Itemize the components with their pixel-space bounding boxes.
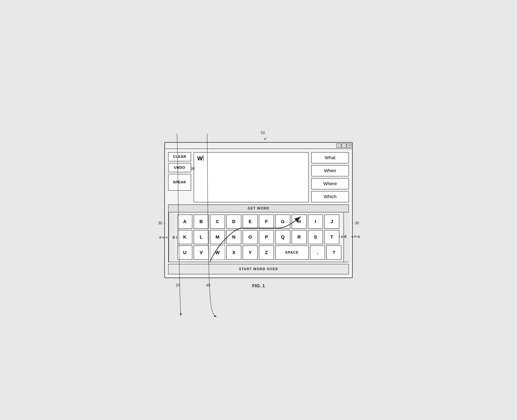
- key-period[interactable]: .: [310, 246, 325, 260]
- minimize-button[interactable]: —: [337, 143, 341, 148]
- text-display: W: [194, 152, 309, 202]
- key-b[interactable]: B: [194, 215, 209, 229]
- right-suggestions: What When Where Which: [311, 152, 349, 202]
- maximize-button[interactable]: □: [342, 143, 346, 148]
- key-question[interactable]: ?: [326, 246, 341, 260]
- key-p[interactable]: P: [259, 230, 274, 244]
- ref-arrow-10: ↙: [264, 136, 267, 141]
- key-k[interactable]: K: [177, 230, 192, 244]
- close-button[interactable]: ✕: [347, 143, 351, 148]
- ref-30-right: ←30: [351, 221, 359, 225]
- key-u[interactable]: U: [177, 246, 192, 260]
- key-w[interactable]: W: [210, 246, 225, 260]
- key-row-2: K L M N O P Q R S T: [177, 230, 341, 244]
- key-row-3: U V W X Y Z SPACE . ?: [177, 246, 341, 260]
- key-h[interactable]: H: [292, 215, 307, 229]
- keys-grid: A B C D E F G H I J K: [175, 212, 344, 262]
- keyboard-inner: GETWORD A B C D E F G H I: [168, 212, 349, 262]
- window-frame: — □ ✕ CLEAR UNDO SPEAK W What: [164, 142, 353, 278]
- suggestion-where[interactable]: Where: [311, 178, 349, 189]
- key-e[interactable]: E: [243, 215, 258, 229]
- ref-40: 40: [206, 283, 210, 287]
- keyboard-section: GET WORD GETWORD A B C D E F: [168, 204, 349, 262]
- key-n[interactable]: N: [226, 230, 241, 244]
- key-i[interactable]: I: [308, 215, 323, 229]
- ref-30-top: 30: [190, 167, 195, 171]
- ref-number-10: 10: [261, 131, 265, 135]
- key-c[interactable]: C: [210, 215, 225, 229]
- key-z[interactable]: Z: [259, 246, 274, 260]
- figure-label: FIG. 1: [252, 283, 265, 289]
- get-word-left[interactable]: GETWORD: [168, 212, 175, 262]
- key-x[interactable]: X: [226, 246, 241, 260]
- get-word-right[interactable]: GETWORD: [344, 212, 350, 262]
- key-g[interactable]: G: [275, 215, 290, 229]
- ref-30-left: 30→: [158, 221, 166, 225]
- undo-button[interactable]: UNDO: [168, 163, 191, 172]
- start-word-over-button[interactable]: START WORD OVER: [168, 264, 349, 274]
- key-space[interactable]: SPACE: [275, 246, 309, 260]
- key-l[interactable]: L: [194, 230, 209, 244]
- key-t[interactable]: T: [324, 230, 339, 244]
- suggestion-when[interactable]: When: [311, 165, 349, 176]
- key-y[interactable]: Y: [243, 246, 258, 260]
- key-q[interactable]: Q: [275, 230, 290, 244]
- key-s[interactable]: S: [308, 230, 323, 244]
- key-f[interactable]: F: [259, 215, 274, 229]
- key-j[interactable]: J: [324, 215, 339, 229]
- cursor: [203, 155, 203, 161]
- ref-20: 20: [176, 283, 180, 287]
- key-row-1: A B C D E F G H I J: [177, 215, 341, 229]
- speak-button[interactable]: SPEAK: [168, 174, 191, 191]
- left-controls: CLEAR UNDO SPEAK: [168, 152, 191, 202]
- suggestion-which[interactable]: Which: [311, 191, 349, 202]
- top-section: CLEAR UNDO SPEAK W What When Where Which: [168, 152, 349, 202]
- key-v[interactable]: V: [194, 246, 209, 260]
- key-a[interactable]: A: [177, 215, 192, 229]
- key-r[interactable]: R: [292, 230, 307, 244]
- clear-button[interactable]: CLEAR: [168, 152, 191, 161]
- key-m[interactable]: M: [210, 230, 225, 244]
- key-d[interactable]: D: [226, 215, 241, 229]
- display-text: W: [197, 155, 202, 162]
- key-o[interactable]: O: [243, 230, 258, 244]
- title-bar: — □ ✕: [165, 143, 352, 149]
- get-word-top-bar[interactable]: GET WORD: [168, 205, 349, 212]
- suggestion-what[interactable]: What: [311, 152, 349, 164]
